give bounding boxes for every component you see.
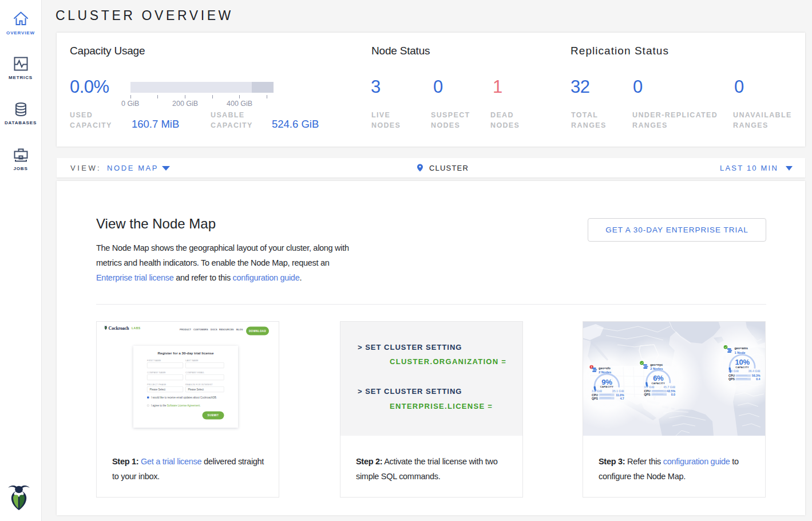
- svg-text:10%: 10%: [735, 358, 750, 366]
- svg-text:CAPACITY: CAPACITY: [600, 385, 614, 388]
- svg-text:0.4: 0.4: [756, 377, 760, 381]
- svg-text:36.4 GiB: 36.4 GiB: [748, 369, 760, 373]
- svg-text:geo=nyc: geo=nyc: [650, 363, 663, 366]
- svg-text:1 Node: 1 Node: [735, 351, 746, 354]
- svg-text:QPS: QPS: [644, 393, 651, 396]
- svg-text:45.7 GiB: 45.7 GiB: [663, 385, 675, 389]
- svg-text:QPS: QPS: [592, 397, 598, 400]
- svg-text:35.1 GiB: 35.1 GiB: [612, 389, 624, 393]
- svg-text:3.6 GiB: 3.6 GiB: [728, 369, 739, 373]
- svg-text:6%: 6%: [653, 374, 664, 382]
- svg-text:QPS: QPS: [728, 377, 735, 381]
- svg-text:3.2 GiB: 3.2 GiB: [592, 389, 602, 393]
- svg-text:geo=sfo: geo=sfo: [599, 366, 611, 370]
- svg-text:0.0: 0.0: [671, 393, 675, 396]
- svg-text:geo=ams: geo=ams: [735, 346, 748, 350]
- svg-text:3.7 GiB: 3.7 GiB: [644, 385, 655, 389]
- svg-text:4.7: 4.7: [620, 397, 624, 400]
- svg-text:CAPACITY: CAPACITY: [652, 382, 666, 385]
- svg-text:CAPACITY: CAPACITY: [735, 366, 749, 369]
